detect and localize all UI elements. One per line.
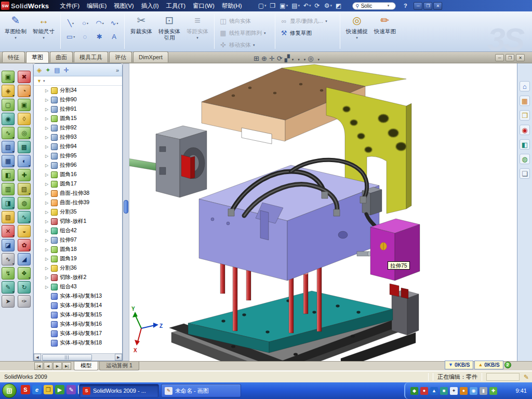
feature-tree-item[interactable]: ▷ 切除-放样2 [34,273,122,282]
swept-boss-icon[interactable]: ∿▾ [2,127,15,139]
offset-entities-button[interactable]: ≡等距实体▾ [184,12,211,49]
expand-arrow-icon[interactable]: ▷ [45,257,51,261]
expand-arrow-icon[interactable]: ▷ [45,88,51,93]
tray-update-icon[interactable]: ▲ [430,387,438,395]
view-caret-icon[interactable]: ▾ [292,54,294,63]
menu-item[interactable]: 编辑(E) [83,0,110,11]
home-icon[interactable]: ⌂ [520,81,530,91]
wrap-icon[interactable]: ◍ [18,197,31,209]
feature-tree-item[interactable]: ▷ 圆角19 [34,254,122,263]
curve-icon[interactable]: ∿▾ [2,253,15,265]
expand-arrow-icon[interactable]: ▷ [45,201,51,205]
freeform-icon[interactable]: ✑ [18,295,31,308]
command-tab[interactable]: 草图 [26,51,49,63]
hide-show-icon[interactable]: ◎ [308,54,313,63]
scroll-right-button[interactable]: ▶ [115,354,122,361]
feature-tree-item[interactable]: 实体-移动/复制17 [34,329,122,338]
move-entities-button[interactable]: ✜移动实体▾ [218,39,272,50]
command-tab[interactable]: 特征 [2,51,25,62]
expand-arrow-icon[interactable]: ▷ [45,219,51,224]
toolbox-icon[interactable]: ◉ [520,125,530,135]
feature-tree-item[interactable]: ▷ 拉伸92 [34,123,122,132]
feature-tree-item[interactable]: ▷ 分割35 [34,207,122,217]
convert-entities-button[interactable]: ⊡转换实体引用 [156,12,183,49]
feature-tree-item[interactable]: ▷ 圆角17 [34,179,122,189]
command-tab[interactable]: 模具工具 [74,51,108,62]
edit-color-icon[interactable]: ◩ [335,1,343,10]
tab-nav-button[interactable]: |◀ [34,362,43,370]
feature-tree-item[interactable]: 实体-移动/复制15 [34,310,122,320]
smart-dimension-icon[interactable]: ◈▾ [2,85,15,97]
arc-tool[interactable]: ◠▾ [93,17,107,29]
taskbar-task[interactable]: SSolidWorks 2009 - ... [79,384,159,397]
feature-tree-item[interactable]: ▷ 组合43 [34,282,122,291]
hole-wizard-icon[interactable]: ◎▾ [18,127,31,139]
expand-arrow-icon[interactable]: ▷ [45,247,51,252]
feature-tree-item[interactable]: 实体-移动/复制14 [34,301,122,310]
menu-item[interactable]: 插入(I) [138,0,163,11]
point-tool[interactable]: ✱ [93,30,107,43]
feature-tree-item[interactable]: ▷ 拉伸96 [34,161,122,170]
quicklaunch-ie-icon[interactable]: e [32,385,42,394]
search-caret-icon[interactable]: ▾ [388,4,390,8]
dimxpertmanager-tab-icon[interactable]: ✛ [64,66,69,74]
expand-arrow-icon[interactable]: ▷ [45,116,51,121]
mirror-icon[interactable]: ◪ [2,239,15,251]
appearance-caret-icon[interactable]: ▾ [318,54,320,63]
delete-face-icon[interactable]: ✿▾ [18,239,31,251]
rectangle-tool[interactable]: ▭▾ [64,30,77,43]
expand-arrow-icon[interactable]: ▷ [45,154,51,158]
intersect-icon[interactable]: ❖▾ [18,267,31,280]
feature-tree-item[interactable]: ▷ 拉伸95 [34,151,122,161]
feature-tree-item[interactable]: ▷ 分割36 [34,263,122,273]
expand-arrow-icon[interactable]: ▷ [45,238,51,243]
expand-arrow-icon[interactable]: ▷ [45,285,51,289]
zoom-area-icon[interactable]: ⊕ [261,54,267,63]
viewport-restore-button[interactable]: ❐ [506,54,514,61]
expand-arrow-icon[interactable]: ▷ [45,163,51,168]
configurationmanager-tab-icon[interactable]: ▤ [54,66,60,74]
tab-nav-button[interactable]: ▶| [62,362,71,370]
panel-chevron-icon[interactable]: » [116,67,119,73]
feature-tree-hscrollbar[interactable]: ◀ ▶ [34,353,122,361]
graphics-viewport[interactable]: Y Z X 拉伸75 [129,63,517,361]
spline-tool[interactable]: ∿▾ [108,17,121,29]
expand-arrow-icon[interactable]: ▷ [45,126,51,130]
tray-antivirus-icon[interactable]: ◆ [410,387,418,395]
tab-nav-button[interactable]: ▶ [53,362,62,370]
split-icon[interactable]: ▧▾ [18,183,31,195]
feature-tree-item[interactable]: ▷ 拉伸93 [34,132,122,142]
menu-item[interactable]: 工具(T) [163,0,190,11]
smart-dimension-button[interactable]: ↔智能尺寸▾ [30,12,57,49]
expand-arrow-icon[interactable]: ▷ [45,144,51,149]
save-icon[interactable]: ▣▾ [278,1,289,10]
help-button[interactable]: ? [401,3,409,9]
quick-snaps-button[interactable]: ◎快速捕捉▾ [343,12,370,49]
spline-icon[interactable]: ✎▾ [2,281,15,294]
cut-icon[interactable]: ✖ [18,71,31,83]
tray-alert-icon[interactable]: ● [420,387,428,395]
open-icon[interactable]: ❒ [269,1,277,10]
command-tab[interactable]: DimXpert [133,51,168,62]
feature-tree-item[interactable]: ▷ 组合42 [34,226,122,235]
revolve-boss-icon[interactable]: ◉ [2,113,15,125]
quicklaunch-solidworks-icon[interactable]: S [21,385,30,394]
zoom-fit-icon[interactable]: ⊞ [254,54,259,63]
taskbar-task[interactable]: ✎未命名 - 画图 [161,384,241,397]
expand-arrow-icon[interactable]: ▷ [45,210,51,215]
ellipse-tool[interactable]: ◌ [78,30,92,43]
pan-icon[interactable]: ✛ [269,54,275,63]
repair-sketch-button[interactable]: ⚒修复草图 [278,28,337,38]
filter-caret-icon[interactable]: ▾ [43,79,45,83]
expand-arrow-icon[interactable]: ▷ [45,182,51,187]
feature-tree-item[interactable]: 实体-移动/复制13 [34,291,122,301]
undo-icon[interactable]: ↶▾ [302,1,312,10]
select-icon[interactable]: ➤ [2,295,15,308]
propertymanager-tab-icon[interactable]: ✦ [45,66,50,74]
move-body-icon[interactable]: ↻ [18,281,31,294]
viewport-close-button[interactable]: ✕ [516,54,525,61]
feature-tree-item[interactable]: ▷ 拉伸94 [34,142,122,151]
extrude-boss-icon[interactable]: ▢ [2,99,15,111]
menu-item[interactable]: 窗口(W) [189,0,218,11]
axis-icon[interactable]: ◊ [18,113,31,125]
